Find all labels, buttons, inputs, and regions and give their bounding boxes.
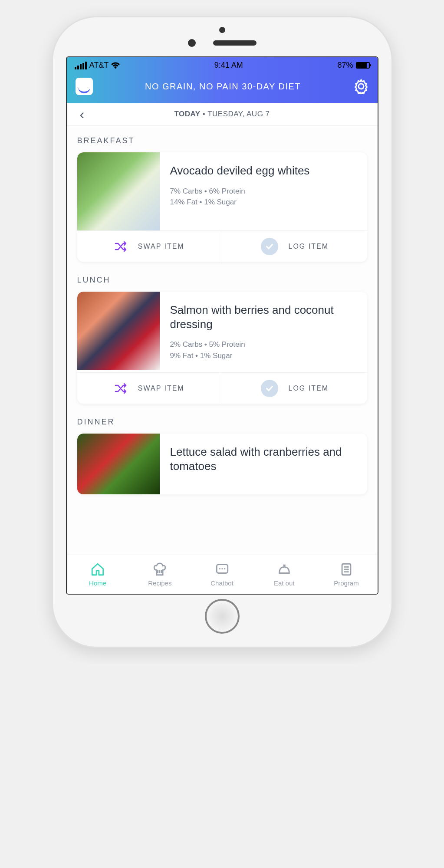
phone-frame: AT&T 9:41 AM 87% NO GRAIN, NO PAIN 30-DA… [53,17,391,647]
status-bar: AT&T 9:41 AM 87% [67,57,378,72]
nav-label: Eat out [274,579,295,587]
app-logo[interactable] [76,78,93,95]
home-icon [90,562,105,577]
cloche-icon [277,562,292,577]
battery-icon [356,62,370,69]
meal-card[interactable]: Lettuce salad with cranberries and tomat… [77,434,367,494]
svg-point-1 [219,568,220,569]
chef-hat-icon [152,562,167,577]
screen: AT&T 9:41 AM 87% NO GRAIN, NO PAIN 30-DA… [66,56,378,595]
wifi-icon [111,62,120,69]
shuffle-icon [115,241,128,252]
meal-title: Lettuce salad with cranberries and tomat… [170,445,357,473]
gear-icon[interactable] [353,79,369,94]
log-label: LOG ITEM [289,243,329,250]
log-item-button[interactable]: LOG ITEM [222,231,367,262]
nav-eatout[interactable]: Eat out [253,555,315,594]
chat-icon [215,562,230,577]
phone-home-button [205,599,240,634]
meal-image [77,434,160,494]
swap-item-button[interactable]: SWAP ITEM [77,373,223,404]
date-label: TODAY • TUESDAY, AUG 7 [174,110,270,118]
meal-stats: 7% Carbs • 6% Protein 14% Fat • 1% Sugar [170,186,357,208]
meal-card[interactable]: Avocado deviled egg whites 7% Carbs • 6%… [77,152,367,262]
signal-icon [75,62,87,69]
battery-pct: 87% [337,61,353,70]
svg-point-2 [221,568,223,569]
nav-label: Home [89,579,106,587]
nav-label: Chatbot [210,579,234,587]
section-label-dinner: DINNER [77,418,367,427]
phone-hardware [188,39,257,47]
meal-image [77,152,160,230]
nav-chatbot[interactable]: Chatbot [191,555,253,594]
swap-label: SWAP ITEM [138,243,184,250]
log-item-button[interactable]: LOG ITEM [222,373,367,404]
meal-stats: 2% Carbs • 5% Protein 9% Fat • 1% Sugar [170,339,357,361]
nav-recipes[interactable]: Recipes [129,555,191,594]
meal-title: Avocado deviled egg whites [170,164,357,178]
section-label-breakfast: BREAKFAST [77,136,367,145]
svg-point-3 [224,568,225,569]
clock-label: 9:41 AM [214,61,243,70]
meal-card[interactable]: Salmon with berries and coconut dressing… [77,292,367,404]
content-scroll[interactable]: BREAKFAST Avocado deviled egg whites 7% … [67,126,378,555]
check-icon [261,380,278,397]
nav-label: Program [334,579,359,587]
nav-label: Recipes [148,579,171,587]
bottom-nav: Home Recipes Chatbot Eat out [67,555,378,594]
meal-title: Salmon with berries and coconut dressing [170,303,357,331]
nav-home[interactable]: Home [67,555,129,594]
date-back-button[interactable]: ‹ [80,106,85,122]
check-icon [261,238,278,255]
shuffle-icon [115,383,128,394]
date-bar: ‹ TODAY • TUESDAY, AUG 7 [67,103,378,126]
carrier-label: AT&T [89,61,109,70]
log-label: LOG ITEM [289,385,329,392]
page-title: NO GRAIN, NO PAIN 30-DAY DIET [93,82,353,92]
document-icon [339,562,354,577]
nav-program[interactable]: Program [315,555,377,594]
swap-item-button[interactable]: SWAP ITEM [77,231,223,262]
section-label-lunch: LUNCH [77,276,367,285]
app-header: NO GRAIN, NO PAIN 30-DAY DIET [67,72,378,103]
meal-image [77,292,160,370]
swap-label: SWAP ITEM [138,385,184,392]
